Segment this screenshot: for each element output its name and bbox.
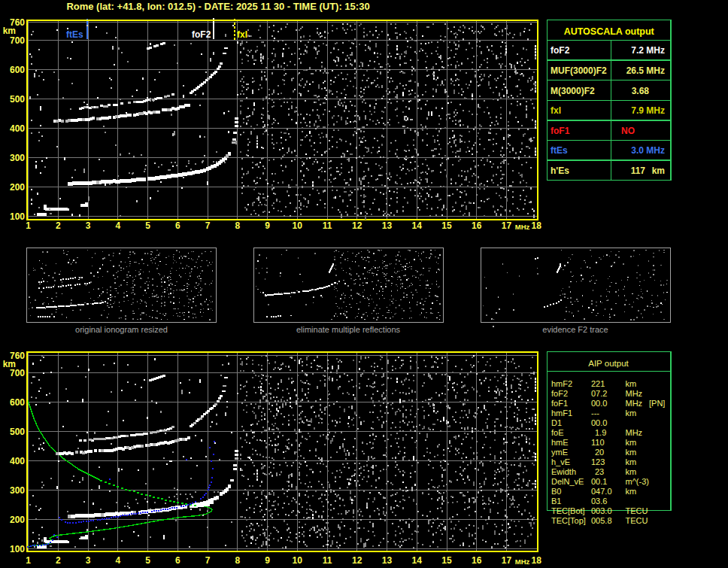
svg-text:km: km	[626, 457, 637, 466]
svg-text:200: 200	[10, 515, 25, 525]
svg-text:10: 10	[293, 555, 303, 566]
svg-text:ftEs: ftEs	[66, 29, 83, 40]
svg-text:foF2: foF2	[551, 45, 570, 56]
svg-text:00.0: 00.0	[591, 399, 607, 408]
svg-text:18: 18	[532, 220, 542, 231]
svg-text:B0: B0	[551, 487, 561, 496]
svg-text:4: 4	[115, 555, 120, 566]
svg-text:TECU: TECU	[626, 506, 648, 515]
svg-text:7: 7	[205, 220, 211, 231]
svg-text:26.5 MHz: 26.5 MHz	[626, 65, 665, 76]
svg-text:km: km	[626, 438, 637, 447]
svg-text:13: 13	[382, 555, 393, 566]
svg-text:[PN]: [PN]	[649, 399, 665, 408]
svg-text:AUTOSCALA output: AUTOSCALA output	[564, 26, 655, 37]
svg-text:3.68: 3.68	[632, 86, 650, 96]
svg-text:7.2 MHz: 7.2 MHz	[631, 45, 665, 56]
svg-text:km: km	[626, 487, 637, 496]
svg-text:15: 15	[441, 555, 452, 566]
svg-text:foE: foE	[551, 428, 564, 437]
svg-text:5: 5	[145, 220, 150, 231]
svg-text:20: 20	[595, 448, 604, 457]
svg-text:TECU: TECU	[626, 516, 648, 525]
svg-text:10: 10	[293, 220, 303, 231]
svg-text:12: 12	[352, 555, 362, 566]
svg-text:hmF1: hmF1	[551, 409, 572, 418]
svg-text:m^(-3): m^(-3)	[626, 477, 649, 486]
svg-text:221: 221	[591, 379, 605, 388]
svg-text:fxI: fxI	[551, 105, 561, 116]
svg-text:AIP output: AIP output	[588, 359, 629, 368]
svg-text:700: 700	[10, 368, 25, 378]
svg-text:9: 9	[265, 220, 270, 231]
svg-text:MHz: MHz	[626, 399, 643, 408]
svg-text:500: 500	[10, 427, 25, 437]
svg-text:ymE: ymE	[551, 448, 568, 457]
svg-text:1.9: 1.9	[595, 428, 606, 437]
svg-text:---: ---	[591, 409, 599, 418]
svg-text:15: 15	[441, 220, 452, 231]
svg-text:DelN_vE: DelN_vE	[551, 477, 584, 486]
svg-text:100: 100	[10, 544, 25, 554]
svg-text:03.6: 03.6	[591, 497, 607, 506]
svg-text:9: 9	[265, 555, 270, 566]
svg-text:7: 7	[205, 555, 211, 566]
svg-text:hmE: hmE	[551, 438, 569, 447]
svg-text:evidence F2 trace: evidence F2 trace	[542, 325, 608, 334]
svg-text:6: 6	[175, 555, 180, 566]
svg-text:16: 16	[472, 220, 482, 231]
svg-text:13: 13	[382, 220, 393, 231]
svg-text:123: 123	[591, 457, 605, 466]
svg-text:fxI: fxI	[237, 29, 247, 40]
svg-text:2: 2	[56, 220, 61, 231]
svg-text:6: 6	[175, 220, 180, 231]
svg-text:8: 8	[235, 555, 240, 566]
svg-text:7.9 MHz: 7.9 MHz	[631, 105, 665, 116]
svg-text:12: 12	[352, 220, 362, 231]
svg-text:3: 3	[86, 555, 91, 566]
svg-text:km: km	[652, 166, 665, 176]
svg-text:hmF2: hmF2	[551, 379, 572, 388]
svg-text:M(3000)F2: M(3000)F2	[551, 86, 595, 96]
svg-text:16: 16	[472, 555, 482, 566]
svg-text:17: 17	[502, 555, 512, 566]
svg-text:600: 600	[10, 65, 25, 75]
svg-text:1: 1	[26, 220, 31, 231]
svg-text:MHz: MHz	[626, 428, 643, 437]
svg-text:foF2: foF2	[551, 389, 568, 398]
svg-text:100: 100	[10, 211, 25, 222]
svg-text:MHz: MHz	[515, 557, 530, 566]
svg-text:1: 1	[26, 555, 31, 566]
svg-text:foF1: foF1	[551, 126, 570, 136]
svg-text:km: km	[626, 409, 637, 418]
svg-text:003.0: 003.0	[591, 506, 612, 515]
svg-text:eliminate multiple reflections: eliminate multiple reflections	[296, 325, 401, 334]
svg-text:5: 5	[145, 555, 150, 566]
svg-text:B1: B1	[551, 497, 561, 506]
svg-text:MHz: MHz	[626, 389, 643, 398]
svg-text:300: 300	[10, 485, 25, 496]
svg-text:300: 300	[10, 153, 25, 163]
svg-text:110: 110	[591, 438, 605, 447]
svg-text:00.0: 00.0	[591, 418, 607, 427]
svg-text:D1: D1	[551, 418, 562, 427]
svg-text:400: 400	[10, 123, 25, 134]
svg-text:3.0 MHz: 3.0 MHz	[631, 145, 665, 156]
svg-text:400: 400	[10, 456, 25, 466]
svg-text:14: 14	[412, 555, 423, 566]
svg-text:8: 8	[235, 220, 240, 231]
svg-text:700: 700	[10, 35, 25, 46]
svg-text:km: km	[626, 379, 637, 388]
svg-text:foF2: foF2	[192, 29, 211, 40]
svg-text:km: km	[626, 467, 637, 476]
svg-text:200: 200	[10, 182, 25, 193]
svg-text:MHz: MHz	[515, 223, 530, 231]
svg-text:MUF(3000)F2: MUF(3000)F2	[551, 65, 607, 76]
svg-text:500: 500	[10, 94, 25, 105]
svg-text:km: km	[626, 448, 637, 457]
svg-text:11: 11	[323, 555, 332, 566]
svg-text:TEC[Top]: TEC[Top]	[551, 516, 586, 525]
svg-text:3: 3	[86, 220, 91, 231]
svg-text:original ionogram resized: original ionogram resized	[75, 325, 168, 334]
svg-text:2: 2	[56, 555, 61, 566]
